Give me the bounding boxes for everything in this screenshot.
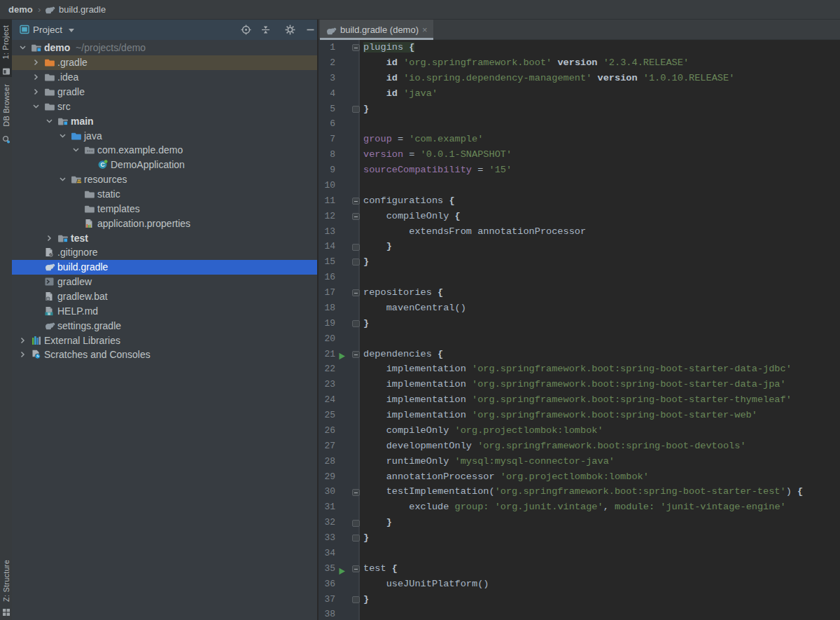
svg-text:M: M <box>48 312 50 315</box>
svg-text:C: C <box>100 161 104 168</box>
